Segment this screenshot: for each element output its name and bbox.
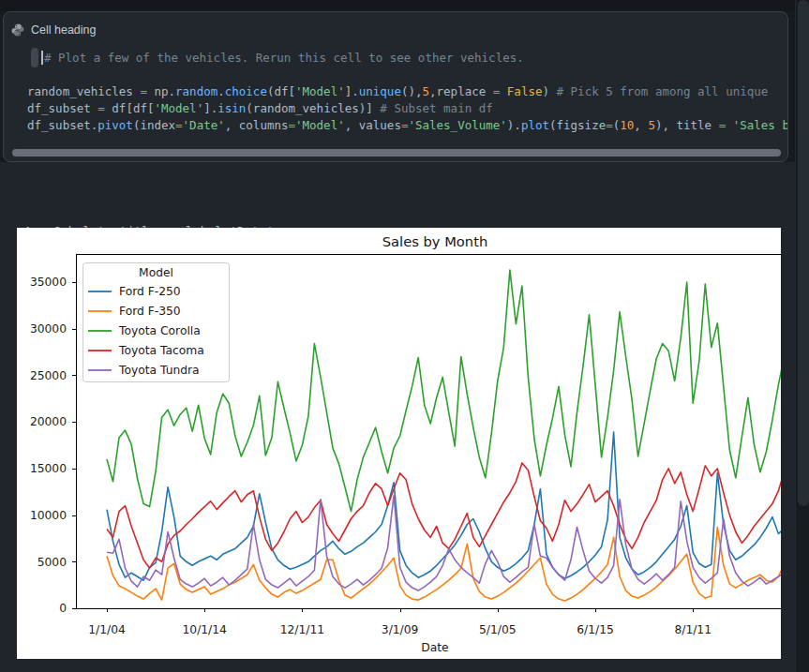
code-editor[interactable]: # Plot a few of the vehicles. Rerun this…: [4, 50, 787, 147]
cell-heading-label: Cell heading: [31, 23, 97, 37]
code-line: [4, 67, 787, 83]
python-icon: [11, 23, 24, 37]
svg-text:Ford F-350: Ford F-350: [119, 305, 181, 318]
svg-text:6/1/15: 6/1/15: [577, 623, 614, 636]
svg-text:0: 0: [59, 602, 67, 615]
chart-svg: 050001000015000200002500030000350001/1/0…: [17, 228, 781, 659]
code-cell-panel: Cell heading # Plot a few of the vehicle…: [3, 11, 788, 162]
svg-text:10000: 10000: [30, 509, 67, 522]
window-top-bar: [0, 0, 809, 11]
svg-text:Date: Date: [421, 641, 448, 654]
code-line: # Plot a few of the vehicles. Rerun this…: [4, 50, 787, 67]
svg-text:Ford F-250: Ford F-250: [119, 285, 181, 298]
svg-text:30000: 30000: [30, 322, 67, 336]
svg-text:25000: 25000: [30, 369, 67, 382]
svg-text:Toyota Corolla: Toyota Corolla: [118, 324, 201, 337]
svg-text:Model: Model: [139, 266, 173, 279]
svg-text:Sales by Month: Sales by Month: [382, 233, 487, 249]
matplotlib-figure: 050001000015000200002500030000350001/1/0…: [17, 228, 781, 659]
vertical-scrollbar-track[interactable]: [795, 0, 809, 672]
svg-text:5/1/05: 5/1/05: [479, 623, 517, 636]
code-line: df_subset = df[df['Model'].isin(random_v…: [4, 100, 787, 117]
svg-text:15000: 15000: [30, 462, 67, 475]
vertical-scrollbar-thumb[interactable]: [798, 0, 809, 506]
svg-text:Toyota Tundra: Toyota Tundra: [118, 364, 200, 377]
code-line: random_vehicles = np.random.choice(df['M…: [4, 83, 787, 100]
cell-heading-row: Cell heading: [11, 22, 97, 38]
svg-text:35000: 35000: [30, 276, 67, 289]
horizontal-scrollbar-thumb[interactable]: [12, 149, 781, 157]
code-line: df_subset.pivot(index='Date', columns='M…: [4, 117, 787, 134]
svg-text:1/1/04: 1/1/04: [88, 623, 126, 636]
svg-text:8/1/11: 8/1/11: [674, 623, 712, 636]
svg-text:20000: 20000: [30, 415, 67, 428]
svg-text:10/1/14: 10/1/14: [183, 623, 228, 636]
svg-text:Toyota Tacoma: Toyota Tacoma: [118, 344, 204, 357]
svg-text:3/1/09: 3/1/09: [382, 623, 419, 636]
svg-text:12/1/11: 12/1/11: [280, 623, 324, 636]
svg-text:5000: 5000: [37, 556, 67, 569]
